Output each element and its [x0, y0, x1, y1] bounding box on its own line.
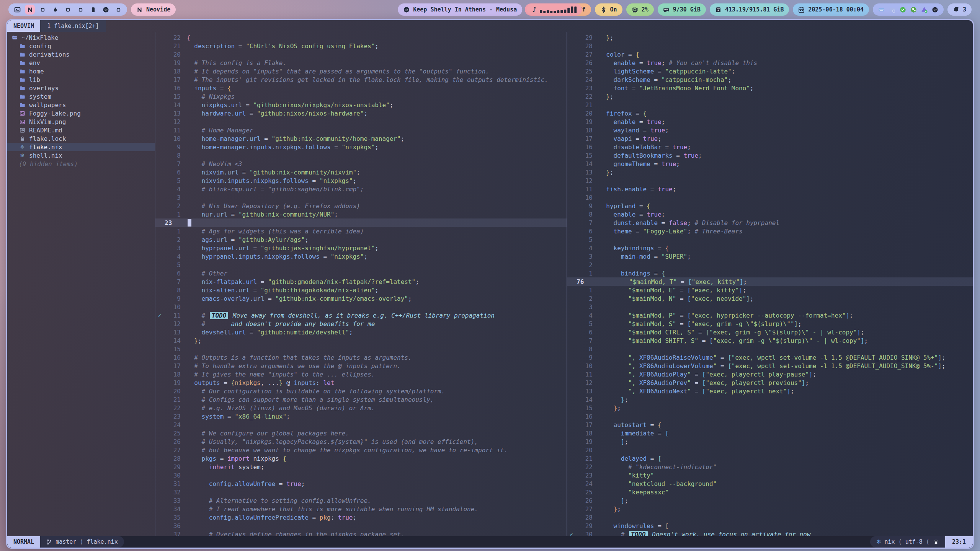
line-number: 8 — [576, 211, 593, 218]
tree-item-label: README.md — [29, 127, 62, 134]
line-number: 16 — [576, 413, 593, 420]
code-line: 13 hardware.url = "github:nixos/nixos-ha… — [155, 109, 567, 117]
disk-icon — [715, 7, 722, 13]
bluetooth-value: On — [610, 6, 617, 13]
code-text: # TODO Doesn't work, use focus_on_activa… — [593, 531, 810, 536]
tree-item-readme-md[interactable]: README.md — [7, 126, 155, 134]
workspace-1-terminal-icon[interactable] — [12, 5, 22, 15]
code-text: }; — [593, 396, 628, 403]
code-text: # Usually, "nixpkgs.legacyPackages.${sys… — [181, 438, 478, 445]
code-line: 18 immediate = [ — [567, 429, 973, 437]
line-number: 13 — [576, 388, 593, 395]
tree-item--nixflake[interactable]: ~/NixFlake — [7, 33, 155, 42]
tree-item-system[interactable]: system — [7, 92, 155, 101]
tree-item-derivations[interactable]: derivations — [7, 50, 155, 59]
tree-item-lib[interactable]: lib — [7, 75, 155, 84]
notification-count: 3 — [963, 6, 966, 13]
tree-item-shell-nix[interactable]: ❄shell.nix — [7, 151, 155, 160]
code-line: 17 vaapi = true; — [567, 134, 973, 143]
line-number: 9 — [164, 143, 181, 151]
tree-item-flake-nix[interactable]: ❄flake.nix — [7, 143, 155, 151]
code-text: hyprpanel.url = "github:jas-singhfsu/hyp… — [181, 245, 379, 252]
system-tray[interactable] — [873, 3, 944, 16]
tree-item-env[interactable]: env — [7, 59, 155, 67]
workspace-9-square-icon[interactable] — [113, 5, 123, 15]
code-text: nix-flatpak.url = "github:gmodena/nix-fl… — [181, 278, 419, 285]
code-text: delayed = [ — [593, 455, 662, 462]
tree-item-overlays[interactable]: overlays — [7, 84, 155, 92]
code-text: "$mainMod SHIFT, S" = ["exec, grim -g \"… — [593, 337, 868, 344]
line-number: 36 — [164, 522, 181, 530]
editor-pane-left[interactable]: 22{21 description = "ChUrl's NixOS confi… — [155, 32, 567, 536]
music-player-pill[interactable]: Keep Shelly In Athens - Medusa — [398, 3, 522, 16]
tree-item-foggy-lake-png[interactable]: Foggy-Lake.png — [7, 109, 155, 117]
tree-item-wallpapers[interactable]: wallpapers — [7, 101, 155, 109]
tree-item-label: env — [29, 59, 40, 67]
code-line: 18 wayland = true; — [567, 126, 973, 134]
code-text: firefox = { — [593, 110, 647, 117]
code-line: 5 — [567, 235, 973, 244]
workspace-7-window-icon[interactable] — [88, 5, 98, 15]
disk-widget[interactable]: 413.19/915.81 GiB — [710, 3, 789, 16]
code-text: home-manager.inputs.nixpkgs.follows = "n… — [181, 143, 379, 151]
code-line: 1 bindings = { — [567, 269, 973, 277]
line-number: 35 — [164, 514, 181, 521]
memory-widget[interactable]: 9/30 GiB — [658, 3, 706, 16]
code-line: 1 nur.url = "github:nix-community/NUR"; — [155, 210, 567, 218]
tab-flake-nix[interactable]: 1 flake.nix[2+] — [40, 20, 106, 32]
check-circle-icon[interactable] — [900, 7, 906, 13]
code-text: home-manager.url = "github:nix-community… — [181, 135, 404, 142]
code-line: 3 — [567, 303, 973, 311]
statusline-right-segment: ❄ nix ( utf-8 ( — [870, 536, 945, 548]
clock-widget[interactable]: 2025-06-18 00:04 — [793, 3, 869, 16]
code-line: 4 hyprpanel.inputs.nixpkgs.follows = "ni… — [155, 252, 567, 261]
tree-item-home[interactable]: home — [7, 67, 155, 75]
bluetooth-widget[interactable]: On — [595, 3, 622, 16]
line-number: 19 — [576, 118, 593, 126]
line-number: 17 — [576, 421, 593, 429]
line-number: 1 — [164, 211, 181, 218]
cpu-widget[interactable]: 2% — [626, 3, 654, 16]
code-text: "$mainMod, N" = ["exec, neovide"]; — [593, 295, 754, 302]
tree-item-label: NixVim.png — [29, 118, 66, 126]
workspaces[interactable] — [8, 3, 127, 16]
workspace-3-square-icon[interactable] — [38, 5, 47, 15]
line-number: 17 — [576, 135, 593, 142]
keyboard-icon[interactable] — [878, 7, 885, 13]
code-text: # "kdeconnect-indicator" — [593, 463, 717, 471]
spotify-icon[interactable] — [932, 7, 938, 13]
code-line: 11 ", XF86AudioPlay" = ["exec, playerctl… — [567, 370, 973, 378]
line-number: 29 — [576, 522, 593, 530]
neovim-icon — [136, 7, 143, 13]
screenshot-icon[interactable] — [889, 7, 895, 13]
code-text: enable = true; — [593, 211, 665, 218]
code-line: 7 "$mainMod SHIFT, S" = ["exec, grim -g … — [567, 336, 973, 345]
code-text: # blink-cmp.url = "github:saghen/blink.c… — [181, 186, 364, 193]
line-number: 3 — [576, 303, 593, 311]
line-number: 1 — [576, 270, 593, 277]
sync-icon[interactable] — [921, 7, 928, 13]
notifications-pill[interactable]: 3 — [947, 3, 972, 16]
neovide-window: NEOVIM 1 flake.nix[2+] ~/NixFlakeconfigd… — [6, 19, 974, 549]
code-line: 15 defaultBookmarks = true; — [567, 151, 973, 160]
code-text: { — [181, 34, 191, 41]
workspace-8-spotify-icon[interactable] — [101, 5, 111, 15]
workspace-4-flame-icon[interactable] — [50, 5, 60, 15]
line-number: 9 — [576, 354, 593, 361]
code-line: 21 delayed = [ — [567, 454, 973, 463]
code-text: }; — [593, 34, 614, 41]
line-number: 33 — [164, 497, 181, 504]
code-line: 22 # "kdeconnect-indicator" — [567, 463, 973, 471]
workspace-2-neovim-icon[interactable] — [25, 5, 35, 15]
tree-item-nixvim-png[interactable]: NixVim.png — [7, 117, 155, 126]
line-number: 1 — [576, 287, 593, 294]
line-number: 23 — [164, 413, 181, 420]
workspace-5-square-icon[interactable] — [63, 5, 73, 15]
active-app-pill[interactable]: Neovide — [131, 3, 176, 16]
tree-item-config[interactable]: config — [7, 42, 155, 50]
key-icon[interactable] — [910, 7, 917, 13]
tree-item-flake-lock[interactable]: flake.lock — [7, 134, 155, 143]
workspace-6-square-icon[interactable] — [75, 5, 85, 15]
editor-pane-right[interactable]: 29 };2827 color = {26 enable = true; # Y… — [567, 32, 973, 536]
code-line: 19 outputs = {nixpkgs, ...} @ inputs: le… — [155, 378, 567, 387]
